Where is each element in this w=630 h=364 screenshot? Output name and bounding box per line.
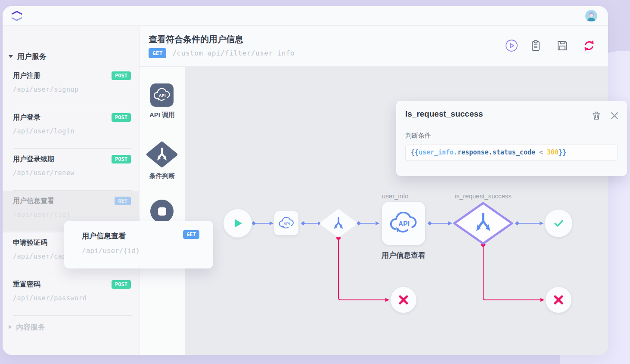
check-icon <box>552 217 565 230</box>
method-badge: GET <box>183 230 199 239</box>
api-path: /api/user/{id} <box>13 211 131 219</box>
refresh-icon <box>582 39 596 52</box>
start-node[interactable] <box>223 209 252 238</box>
refresh-button[interactable] <box>582 39 596 52</box>
condition-node-1[interactable] <box>319 208 358 238</box>
success-end-node[interactable] <box>545 210 572 237</box>
section-label: 用户服务 <box>17 52 47 62</box>
expression-token: }} <box>559 148 566 156</box>
palette-api-label: API 调用 <box>140 111 185 119</box>
user-avatar[interactable] <box>585 10 597 22</box>
sidebar-item-password[interactable]: 重置密码 /api/user/password POST <box>3 274 140 316</box>
condition-diamond-icon <box>145 141 179 168</box>
caret-down-icon <box>9 55 13 58</box>
stop-icon <box>158 207 166 216</box>
api-cloud-icon: API <box>388 208 419 239</box>
user-info-api-node[interactable]: API <box>382 202 425 245</box>
method-badge: POST <box>112 71 131 80</box>
caret-right-icon <box>9 325 12 329</box>
endpoint-path: /custom_api/filter/user_info <box>172 49 295 57</box>
node-palette: API API 调用 条件判断 <box>140 67 185 355</box>
condition-field-label: 判断条件 <box>405 132 431 140</box>
node-name-label: is_request_success <box>447 192 519 200</box>
app-window: 用户服务 用户注册 /api/user/signup POST 用户登录 /ap… <box>3 6 608 355</box>
api-call-node[interactable]: API <box>274 211 298 235</box>
expression-token: user_info. <box>419 148 457 156</box>
trash-icon <box>591 110 602 121</box>
api-cloud-icon: API <box>278 215 295 232</box>
sidebar-section-content[interactable]: 内容服务 <box>9 321 45 333</box>
panel-title: is_request_success <box>405 109 483 119</box>
endpoint-title: 查看符合条件的用户信息 <box>149 34 243 45</box>
expression-token: response.status_code <box>457 148 535 156</box>
palette-api-node[interactable]: API <box>150 83 174 107</box>
api-path: /api/user/login <box>13 127 131 135</box>
api-path: /api/user/{id} <box>82 247 140 255</box>
api-title: 用户信息查看 <box>13 197 131 206</box>
api-sidebar: 用户服务 用户注册 /api/user/signup POST 用户登录 /ap… <box>3 26 140 355</box>
sidebar-item-renew[interactable]: 用户登录续期 /api/user/renew POST <box>3 149 140 191</box>
condition-expression-input[interactable]: {{user_info.response.status_code < 300}} <box>405 145 618 161</box>
sidebar-section-user[interactable]: 用户服务 <box>9 50 47 63</box>
top-bar <box>3 6 608 26</box>
method-badge: GET <box>115 197 131 205</box>
play-icon <box>232 218 243 229</box>
close-panel-button[interactable] <box>609 110 620 121</box>
save-icon <box>556 39 569 52</box>
drag-ghost-card[interactable]: 用户信息查看 GET /api/user/{id} <box>64 221 213 268</box>
section-label: 内容服务 <box>16 322 45 332</box>
close-icon <box>609 110 620 121</box>
expression-token: {{ <box>411 148 419 156</box>
node-title-label: 用户信息查看 <box>369 250 438 260</box>
palette-end-node[interactable] <box>150 200 174 223</box>
method-badge: POST <box>112 113 131 122</box>
api-path: /api/user/password <box>13 294 131 302</box>
clipboard-icon <box>529 39 543 52</box>
sidebar-item-signup[interactable]: 用户注册 /api/user/signup POST <box>3 65 140 107</box>
api-path: /api/user/renew <box>13 169 131 177</box>
endpoint-header: 查看符合条件的用户信息 GET /custom_api/filter/user_… <box>140 26 608 67</box>
endpoint-method-badge: GET <box>149 48 166 58</box>
copy-button[interactable] <box>529 39 543 52</box>
condition-detail-panel: is_request_success 判断条件 {{user_info.resp… <box>396 101 627 176</box>
expression-token: 300 <box>547 148 559 156</box>
api-cloud-icon: API <box>152 86 171 105</box>
delete-node-button[interactable] <box>591 110 602 121</box>
expression-token: < <box>535 148 547 156</box>
save-button[interactable] <box>556 39 569 52</box>
api-title: 用户信息查看 <box>82 231 126 241</box>
palette-condition-label: 条件判断 <box>140 172 185 180</box>
method-badge: POST <box>112 280 131 289</box>
error-end-node-1[interactable] <box>391 287 416 313</box>
svg-text:API: API <box>159 93 166 98</box>
node-name-label: user_info <box>382 192 409 200</box>
api-path: /api/user/signup <box>13 86 131 93</box>
run-button[interactable] <box>505 39 518 52</box>
app-logo-icon <box>10 9 23 22</box>
svg-text:API: API <box>398 220 410 228</box>
play-circle-icon <box>505 39 518 52</box>
svg-text:API: API <box>283 222 290 226</box>
x-icon <box>552 294 565 306</box>
error-end-node-2[interactable] <box>546 287 571 313</box>
method-badge: POST <box>112 155 131 163</box>
palette-condition-node[interactable] <box>145 141 179 170</box>
x-icon <box>397 294 410 306</box>
condition-node-selected[interactable] <box>450 200 516 247</box>
sidebar-item-login[interactable]: 用户登录 /api/user/login POST <box>3 107 140 149</box>
